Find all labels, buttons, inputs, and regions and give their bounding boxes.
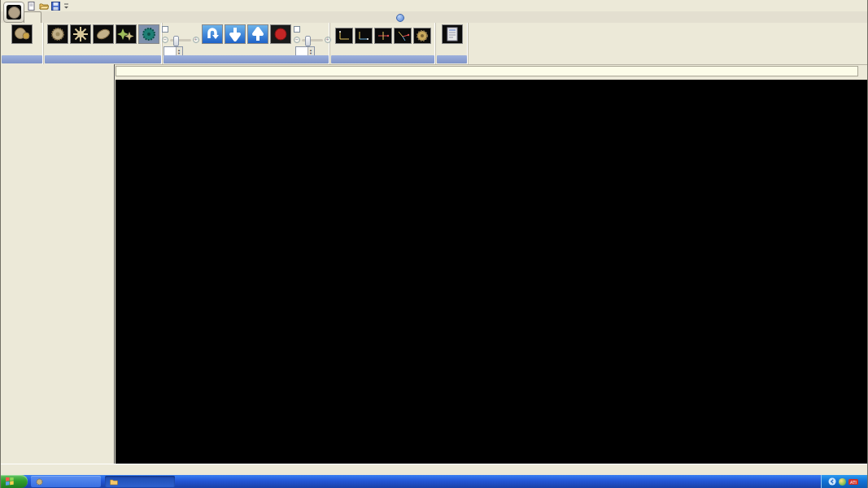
tray-status-icon[interactable] [839,478,846,486]
group-gears [44,23,163,64]
solid-wire-button[interactable] [413,28,431,45]
group-viewpoints [330,23,436,64]
slider-minus-icon[interactable]: − [162,37,168,43]
gear-file-icon [36,478,43,486]
left-view-icon [355,28,373,44]
hide-icons-chevron-icon[interactable] [828,477,836,486]
ratchets-button[interactable] [138,24,159,45]
top-view-icon [374,28,392,44]
iso-view-button[interactable] [394,28,412,45]
output-manager-icon [442,24,463,44]
new-document-icon[interactable] [27,2,36,11]
group-label-project-database [2,55,42,63]
imaginary-gears-button[interactable] [116,24,137,45]
project-icon [11,24,33,44]
imaginary-gears-icon [116,24,137,44]
quick-access-toolbar [27,1,72,11]
group-outputs [436,23,469,64]
coordinate-bar [116,65,868,80]
system-tray: ATI [821,475,867,488]
slider-minus-icon[interactable]: − [294,37,300,43]
record-avi-button[interactable] [270,24,291,45]
ccw-step-icon [247,24,268,44]
slider-plus-icon[interactable]: + [193,37,199,43]
iso-view-icon [394,28,412,44]
output-manager-button[interactable] [442,24,463,45]
app-logo-icon[interactable] [3,2,24,23]
tray-ati-icon[interactable]: ATI [848,478,858,486]
start-button[interactable] [1,475,28,488]
spur-gears-icon [47,24,68,44]
start-windows-icon [6,477,14,486]
periodic-checkbox[interactable] [294,26,300,33]
spur-gears-button[interactable] [47,24,68,45]
gear-scene [116,80,868,464]
group-label-gears [45,55,161,63]
periodic-slider[interactable]: − + [294,35,331,45]
ribbon: − + ▲▼ [1,23,867,65]
gearotic-motion-window: − + ▲▼ [0,0,868,488]
noncircular-gears-icon [93,24,114,44]
project-button[interactable] [11,24,33,45]
cw-step-button[interactable] [225,24,246,45]
task-button-gearotic-motion[interactable] [105,476,175,487]
sidebar [1,64,115,464]
master-rpm-controls: − + ▲▼ [162,24,199,57]
ratchets-icon [138,24,159,44]
ccw-step-button[interactable] [247,24,268,45]
ribbon-tabstrip [1,11,867,24]
toolbar-overflow-icon[interactable] [63,2,72,11]
front-view-button[interactable] [335,28,353,45]
lantern-pinion-button[interactable] [70,24,91,45]
title-bar [1,0,867,11]
simulation-control-icon [202,24,223,44]
group-label-outputs [437,55,467,63]
svg-text:ATI: ATI [850,480,857,485]
open-folder-icon[interactable] [39,2,48,11]
reverse-checkbox[interactable] [162,26,168,33]
top-view-button[interactable] [374,28,392,45]
group-label-simulation-control [164,55,329,63]
status-bar [1,464,867,476]
lantern-pinion-icon [70,24,91,44]
save-icon[interactable] [51,2,60,11]
coordinate-readout [116,66,858,76]
master-rpm-slider[interactable]: − + [162,35,199,45]
taskbar: ATI [1,475,867,488]
front-view-icon [335,28,353,44]
noncircular-gears-button[interactable] [93,24,114,45]
group-project-database [1,23,44,64]
group-simulation-control: − + ▲▼ [163,23,330,64]
tab-create-new-gears[interactable] [24,11,41,23]
group-label-viewpoints [331,55,434,63]
gear-viewport[interactable] [116,80,868,464]
cw-step-icon [225,24,246,44]
folder-icon [110,478,118,486]
help-icon[interactable] [396,14,404,22]
periodic-controls: − + ▲▼ [294,24,331,57]
solid-wire-icon [413,28,431,44]
left-view-button[interactable] [355,28,373,45]
record-avi-icon [270,24,291,44]
simulation-control-button[interactable] [202,24,223,45]
task-button-test2[interactable] [31,476,101,487]
